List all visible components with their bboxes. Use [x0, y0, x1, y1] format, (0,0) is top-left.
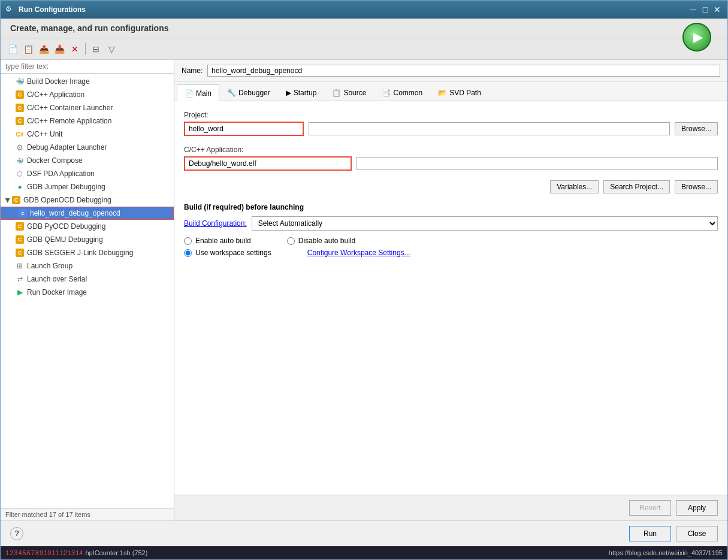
filter-input[interactable]	[1, 60, 174, 74]
project-path-input[interactable]	[309, 122, 670, 135]
sidebar-item-launch-group[interactable]: ⊞ Launch Group	[1, 259, 174, 273]
use-workspace-radio[interactable]: Use workspace settings	[184, 249, 271, 257]
app-path-input[interactable]	[357, 157, 718, 170]
sidebar-item-label: C/C++ Container Launcher	[27, 104, 113, 112]
disable-auto-build-radio[interactable]: Disable auto build	[287, 237, 355, 245]
disable-auto-build-input[interactable]	[287, 237, 295, 245]
project-section: Project: Browse...	[184, 111, 718, 136]
sidebar-item-cpp-container[interactable]: C C/C++ Container Launcher	[1, 101, 174, 114]
minimize-button[interactable]: ─	[688, 4, 699, 15]
sidebar-item-launch-serial[interactable]: ⇌ Launch over Serial	[1, 273, 174, 286]
status-num-6: 6	[27, 549, 31, 556]
sidebar-item-cpp-app[interactable]: C C/C++ Application	[1, 88, 174, 101]
enable-auto-build-radio[interactable]: Enable auto build	[184, 237, 251, 245]
filter-button[interactable]: ▽	[104, 42, 119, 56]
sidebar-item-hello-word[interactable]: c hello_word_debug_openocd	[1, 207, 174, 220]
header-bar: Create, manage, and run configurations	[1, 19, 727, 38]
tab-startup[interactable]: ▶ Startup	[278, 84, 325, 101]
serial-icon: ⇌	[15, 274, 25, 284]
sidebar-item-gdb-openocd[interactable]: ▶ C GDB OpenOCD Debugging	[1, 193, 174, 207]
project-input[interactable]	[184, 122, 304, 136]
use-workspace-label: Use workspace settings	[195, 249, 271, 257]
tab-svd-path[interactable]: 📂 SVD Path	[430, 84, 489, 101]
sidebar-item-debug-adapter[interactable]: ⚙ Debug Adapter Launcher	[1, 141, 174, 154]
c-icon: C	[15, 222, 25, 231]
tab-source-label: Source	[343, 89, 366, 97]
status-left: 1 2 3 4 5 6 7 8 9 10 11 12 13 14 hpICoun…	[5, 549, 147, 556]
delete-config-button[interactable]: ✕	[68, 42, 82, 56]
tab-main[interactable]: 📄 Main	[177, 84, 219, 101]
export-icon: 📤	[39, 44, 49, 54]
close-button[interactable]: Close	[676, 526, 718, 541]
variables-button[interactable]: Variables...	[550, 180, 599, 193]
run-button[interactable]: Run	[629, 526, 671, 541]
panel-body: Project: Browse... C/C++ Application:	[174, 101, 727, 495]
sidebar-item-docker-compose[interactable]: 🐳 Docker Compose	[1, 154, 174, 167]
status-bar: 1 2 3 4 5 6 7 8 9 10 11 12 13 14 hpICoun…	[1, 546, 727, 559]
window-icon: ⚙	[5, 5, 15, 14]
radio-row-1: Enable auto build Disable auto build	[184, 237, 718, 245]
collapse-icon: ⊟	[92, 44, 99, 54]
window-title: Run Configurations	[19, 5, 688, 14]
gear-icon: ⚙	[15, 143, 25, 152]
status-num-10: 10	[44, 549, 51, 556]
sidebar-item-label: Launch over Serial	[27, 275, 87, 283]
build-config-select[interactable]: Select Automatically Debug Release	[252, 216, 718, 231]
app-browse-button[interactable]: Browse...	[675, 180, 718, 193]
use-workspace-input[interactable]	[184, 249, 192, 257]
name-input[interactable]	[207, 65, 720, 77]
apply-revert-bar: Revert Apply	[174, 495, 727, 520]
sidebar-item-label: Debug Adapter Launcher	[27, 143, 107, 152]
collapse-all-button[interactable]: ⊟	[89, 42, 103, 56]
run-configurations-window: ⚙ Run Configurations ─ □ ✕ Create, manag…	[0, 0, 728, 560]
bottom-left: ?	[10, 527, 23, 540]
app-section: C/C++ Application:	[184, 146, 718, 171]
revert-button[interactable]: Revert	[629, 500, 671, 516]
toolbar: 📄 📋 📤 📥 ✕ ⊟ ▽	[1, 38, 727, 60]
right-panel: Name: 📄 Main 🔧 Debugger ▶ Startup	[174, 60, 727, 520]
sidebar-item-label: Launch Group	[27, 262, 73, 270]
sidebar-item-label: GDB OpenOCD Debugging	[23, 196, 111, 204]
sidebar-item-label: GDB SEGGER J-Link Debugging	[27, 249, 133, 257]
configure-workspace-link[interactable]: Configure Workspace Settings...	[307, 249, 410, 257]
toolbar-separator	[85, 43, 86, 55]
sidebar-item-gdb-qemu[interactable]: C GDB QEMU Debugging	[1, 233, 174, 246]
tab-source[interactable]: 📋 Source	[324, 84, 374, 101]
sidebar-item-cpp-remote[interactable]: C C/C++ Remote Application	[1, 114, 174, 128]
duplicate-config-button[interactable]: 📋	[21, 42, 35, 56]
main-tab-icon: 📄	[185, 89, 194, 98]
sidebar-item-gdb-jumper[interactable]: ● GDB Jumper Debugging	[1, 180, 174, 193]
sidebar-footer: Filter matched 17 of 17 items	[1, 508, 174, 520]
build-config-row: Build Configuration: Select Automaticall…	[184, 216, 718, 231]
main-content: 🐳 Build Docker Image C C/C++ Application…	[1, 60, 727, 520]
tab-common[interactable]: 📑 Common	[374, 84, 430, 101]
app-input[interactable]	[184, 156, 352, 171]
tabs: 📄 Main 🔧 Debugger ▶ Startup 📋 Source 📑	[174, 82, 727, 101]
run-icon-button[interactable]	[682, 23, 711, 52]
header-text: Create, manage, and run configurations	[10, 23, 169, 33]
build-config-label[interactable]: Build Configuration:	[184, 219, 247, 228]
compose-icon: 🐳	[15, 156, 25, 165]
sidebar-item-label: GDB PyOCD Debugging	[27, 222, 105, 231]
enable-auto-build-input[interactable]	[184, 237, 192, 245]
sidebar-item-gdb-pyocd[interactable]: C GDB PyOCD Debugging	[1, 220, 174, 233]
export-config-button[interactable]: 📤	[37, 42, 51, 56]
sidebar-item-build-docker[interactable]: 🐳 Build Docker Image	[1, 75, 174, 88]
apply-button[interactable]: Apply	[676, 500, 718, 516]
sidebar-item-gdb-segger[interactable]: C GDB SEGGER J-Link Debugging	[1, 246, 174, 259]
import-config-button[interactable]: 📥	[52, 42, 67, 56]
help-button[interactable]: ?	[10, 527, 23, 540]
status-num-3: 3	[14, 549, 17, 556]
sidebar-item-cpp-unit[interactable]: C# C/C++ Unit	[1, 128, 174, 141]
new-config-button[interactable]: 📄	[5, 42, 20, 56]
project-browse-button[interactable]: Browse...	[675, 122, 718, 135]
delete-icon: ✕	[71, 44, 78, 54]
search-project-button[interactable]: Search Project...	[603, 180, 670, 193]
tab-debugger[interactable]: 🔧 Debugger	[219, 84, 278, 101]
maximize-button[interactable]: □	[700, 4, 711, 15]
sidebar-item-dsf-pda[interactable]: ⬡ DSF PDA Application	[1, 167, 174, 180]
sidebar-item-run-docker[interactable]: ▶ Run Docker Image	[1, 286, 174, 299]
tree: 🐳 Build Docker Image C C/C++ Application…	[1, 74, 174, 508]
close-button[interactable]: ✕	[712, 4, 723, 15]
project-row: Browse...	[184, 122, 718, 136]
